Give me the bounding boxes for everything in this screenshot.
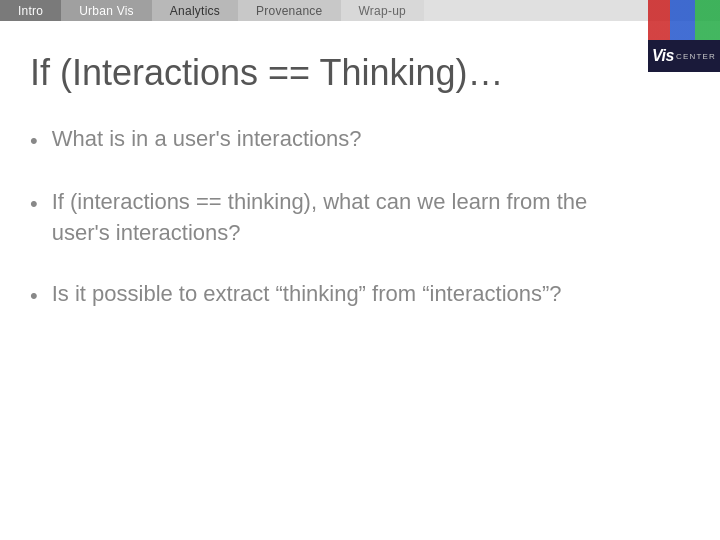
bullet-dot-2: •	[30, 189, 38, 220]
tab-intro-label: Intro	[18, 4, 43, 18]
logo-vis-text: Vis	[652, 47, 674, 65]
tab-intro[interactable]: Intro	[0, 0, 61, 21]
bullet-text-1: What is in a user's interactions?	[52, 124, 608, 155]
tab-urban-vis-label: Urban Vis	[79, 4, 134, 18]
bullet-item-1: • What is in a user's interactions?	[30, 124, 608, 157]
logo-center-text: CENTER	[676, 52, 716, 61]
vis-center-logo: Vis CENTER	[648, 0, 720, 72]
slide-content: If (Interactions == Thinking)… • What is…	[0, 21, 648, 371]
tab-provenance-label: Provenance	[256, 4, 322, 18]
top-nav-bar: Intro Urban Vis Analytics Provenance Wra…	[0, 0, 720, 21]
bullet-dot-3: •	[30, 281, 38, 312]
bullet-text-3: Is it possible to extract “thinking” fro…	[52, 279, 608, 310]
tab-analytics-label: Analytics	[170, 4, 220, 18]
bullet-item-3: • Is it possible to extract “thinking” f…	[30, 279, 608, 312]
tab-wrap-up[interactable]: Wrap-up	[341, 0, 424, 21]
bullet-list: • What is in a user's interactions? • If…	[30, 124, 608, 311]
slide-title: If (Interactions == Thinking)…	[30, 51, 608, 94]
tab-wrap-up-label: Wrap-up	[359, 4, 406, 18]
tab-provenance[interactable]: Provenance	[238, 0, 340, 21]
tab-urban-vis[interactable]: Urban Vis	[61, 0, 152, 21]
bullet-dot-1: •	[30, 126, 38, 157]
tab-analytics[interactable]: Analytics	[152, 0, 238, 21]
bullet-text-2: If (interactions == thinking), what can …	[52, 187, 608, 249]
bullet-item-2: • If (interactions == thinking), what ca…	[30, 187, 608, 249]
